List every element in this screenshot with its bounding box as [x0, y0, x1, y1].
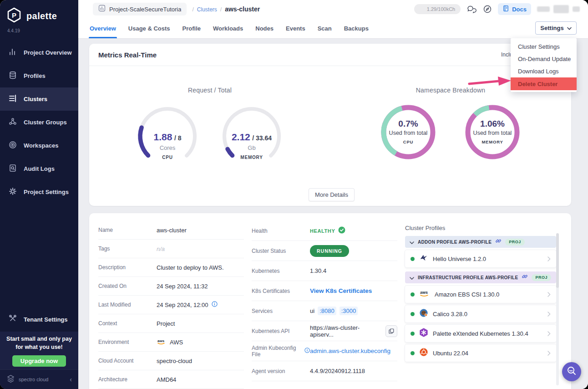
view-k8s-certificates-link[interactable]: View K8s Certificates [310, 287, 372, 294]
help-compass-icon[interactable] [483, 5, 492, 14]
project-selector[interactable]: Project-ScaleSecureTutoria [93, 3, 187, 15]
doc-search-icon [8, 164, 17, 174]
tab-profile[interactable]: Profile [182, 18, 201, 38]
cpu-gauge-unit: Cores [136, 144, 199, 151]
docs-button[interactable]: Docs [498, 3, 531, 15]
row-cluster-status: Cluster Status RUNNING [252, 241, 397, 261]
status-dot [411, 332, 415, 336]
more-details-button[interactable]: More Details [309, 188, 355, 201]
tab-events[interactable]: Events [286, 18, 305, 38]
row-description: Description Cluster to deploy to AWS. [98, 258, 244, 277]
profiles-scrollbar[interactable] [556, 233, 559, 385]
namespace-memory-subtitle: Used from total [463, 130, 522, 136]
row-kubernetes: Kubernetes 1.30.4 [252, 261, 397, 281]
memory-gauge: 2.12 / 33.64 Gb MEMORY [220, 104, 284, 168]
link-icon [522, 273, 528, 282]
row-context: Context Project [98, 314, 244, 333]
tabs: Overview Usage & Costs Profile Workloads… [78, 18, 588, 38]
sidebar-item-clusters[interactable]: Clusters [0, 87, 78, 111]
memory-gauge-label: MEMORY [220, 155, 284, 160]
row-tags: Tags n/a [98, 240, 244, 258]
row-agent-version: Agent version 4.4.9/20240912.1118 [252, 361, 397, 381]
aws-icon: aws [419, 290, 430, 299]
calico-icon [419, 308, 428, 319]
sidebar-item-profiles[interactable]: Profiles [0, 64, 78, 87]
status-badge: RUNNING [310, 245, 349, 257]
status-dot [411, 351, 415, 355]
kubernetes-api-url: https://aws-cluster-apiserv... [310, 324, 382, 338]
tab-workloads[interactable]: Workloads [213, 18, 243, 38]
breadcrumb-clusters-link[interactable]: Clusters [197, 6, 217, 13]
redacted-user-info [537, 5, 580, 13]
addon-profile-section-header[interactable]: ADDON PROFILE AWS-PROFILE PROJ [405, 236, 556, 248]
chat-icon[interactable] [466, 5, 477, 14]
namespace-cpu-donut: 0.7% Used from total CPU [379, 102, 438, 162]
infrastructure-profile-section-header[interactable]: INFRASTRUCTURE PROFILE AWS-PROFILE PROJ [405, 271, 556, 283]
profiles-scrollbar-thumb[interactable] [556, 233, 559, 288]
namespace-cpu-label: CPU [379, 139, 438, 144]
upgrade-now-button[interactable]: Upgrade now [12, 355, 66, 367]
proj-badge: PROJ [505, 239, 525, 246]
aws-icon: aws [157, 338, 167, 346]
cluster-status-column: Health HEALTHY Cluster Status RUNNING Ku… [252, 221, 397, 381]
namespace-memory-donut: 1.06% Used from total MEMORY [463, 102, 522, 162]
info-icon[interactable] [212, 301, 218, 308]
profile-row-calico[interactable]: Calico 3.28.0 [405, 305, 556, 322]
admin-kubeconfig-link[interactable]: admin.aws-cluster.kubeconfig [310, 348, 390, 354]
memory-gauge-value: 2.12 [232, 132, 250, 142]
nodes-icon [8, 117, 17, 128]
sidebar-item-audit-logs[interactable]: Audit Logs [0, 157, 78, 180]
menu-item-download-logs[interactable]: Download Logs [511, 65, 577, 77]
service-port-3000-link[interactable]: :3000 [340, 307, 358, 315]
sidebar-item-cluster-groups[interactable]: Cluster Groups [0, 111, 78, 134]
info-icon[interactable] [304, 348, 310, 354]
tab-scan[interactable]: Scan [318, 18, 332, 38]
menu-item-on-demand-update[interactable]: On-Demand Update [511, 53, 577, 65]
row-created-on: Created On 24 Sep 2024, 11:32 [98, 277, 244, 296]
namespace-memory-label: MEMORY [463, 139, 522, 144]
chevron-down-icon [567, 25, 572, 31]
row-last-modified: Last Modified 24 Sep 2024, 12:00 [98, 296, 244, 314]
profile-row-amazon-ebs-csi[interactable]: aws Amazon EBS CSI 1.30.0 [405, 286, 556, 303]
chevron-right-icon [547, 331, 551, 336]
status-dot [411, 312, 415, 316]
cpu-gauge-value: 1.88 [154, 132, 172, 142]
menu-item-delete-cluster[interactable]: Delete Cluster [511, 77, 577, 90]
tab-backups[interactable]: Backups [344, 18, 369, 38]
metrics-card-title: Metrics Real-Time [89, 44, 571, 66]
copy-icon[interactable] [385, 325, 397, 337]
row-environment: Environment aws AWS [98, 333, 244, 352]
app-window: P palette 4.4.19 Project Overview Profil… [0, 0, 588, 389]
collapse-sidebar-icon[interactable]: ‹ [70, 376, 72, 383]
hello-universe-icon [419, 253, 428, 264]
ubuntu-icon [419, 348, 428, 358]
tab-usage-costs[interactable]: Usage & Costs [128, 18, 170, 38]
top-right-actions: 1.29/100kCh Docs [414, 3, 588, 15]
sidebar-item-tenant-settings[interactable]: Tenant Settings [0, 308, 78, 331]
breadcrumb: / Clusters / aws-cluster [192, 5, 260, 13]
tab-overview[interactable]: Overview [90, 18, 116, 38]
service-port-8080-link[interactable]: :8080 [318, 307, 336, 315]
sidebar-footer: spectro cloud ‹ [0, 369, 78, 389]
cluster-profiles-panel: Cluster Profiles ADDON PROFILE AWS-PROFI… [405, 221, 556, 362]
usage-credits-pill: 1.29/100kCh [414, 4, 461, 14]
bar-chart-icon [8, 47, 17, 58]
sidebar-item-workspaces[interactable]: Workspaces [0, 134, 78, 157]
profile-row-hello-universe[interactable]: Hello Universe 1.2.0 [405, 250, 556, 267]
settings-dropdown-button[interactable]: Settings [535, 21, 577, 35]
cluster-details-card: Name aws-cluster Tags n/a Description Cl… [89, 213, 571, 389]
svg-text:aws: aws [157, 339, 165, 343]
cpu-gauge: 1.88 / 8 Cores CPU [136, 104, 199, 168]
list-icon [8, 94, 17, 105]
tab-nodes[interactable]: Nodes [255, 18, 274, 38]
cluster-profiles-title: Cluster Profiles [405, 225, 556, 231]
row-kubernetes-api: Kubernetes API https://aws-cluster-apise… [252, 321, 397, 341]
profile-row-palette-extended-kubernetes[interactable]: Palette eXtended Kubernetes 1.30.4 [405, 325, 556, 342]
profile-row-ubuntu[interactable]: Ubuntu 22.04 [405, 344, 556, 362]
sidebar-item-project-overview[interactable]: Project Overview [0, 41, 78, 64]
menu-item-cluster-settings[interactable]: Cluster Settings [511, 41, 577, 53]
chevron-right-icon [547, 312, 551, 317]
sidebar-item-project-settings[interactable]: Project Settings [0, 180, 78, 204]
memory-gauge-unit: Gb [220, 144, 284, 151]
search-feedback-fab[interactable] [562, 362, 581, 381]
